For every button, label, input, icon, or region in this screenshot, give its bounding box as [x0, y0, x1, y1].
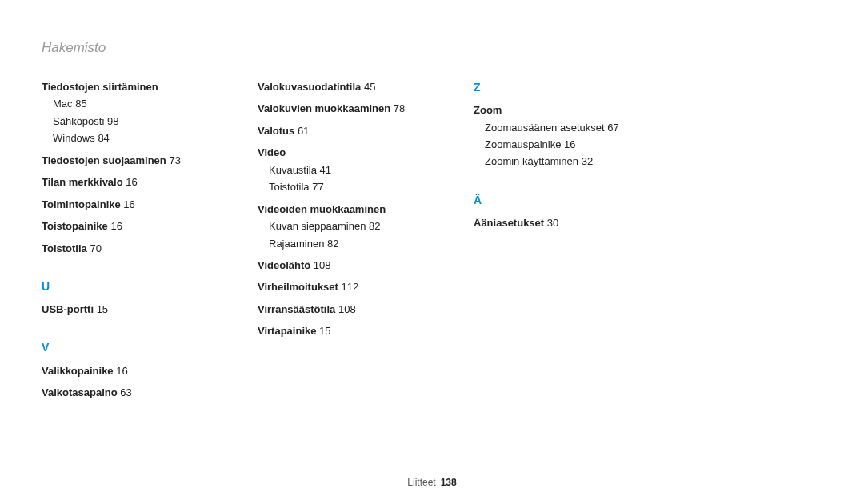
entry-page: 15: [97, 303, 108, 315]
letter-heading-v: V: [42, 338, 242, 357]
entry-label: Valikkopainike: [42, 365, 114, 377]
entry-label: Zoomauspainike: [485, 138, 561, 150]
index-column-1: Tiedostojen siirtäminen Mac 85 Sähköpost…: [42, 78, 258, 401]
index-entry: Valokuvasuodatintila 45: [258, 78, 458, 95]
index-subentry: Windows 84: [42, 130, 242, 146]
entry-page: 108: [314, 259, 331, 271]
entry-page: 82: [327, 238, 338, 250]
entry-label: Zoomausäänen asetukset: [485, 122, 605, 134]
index-entry: Toistopainike 16: [42, 218, 242, 234]
index-subentry: Zoomausäänen asetukset 67: [474, 119, 674, 136]
entry-page: 16: [110, 220, 122, 232]
entry-label: Rajaaminen: [269, 238, 324, 250]
index-entry: Valikkopainike 16: [42, 362, 242, 379]
entry-page: 98: [107, 115, 118, 127]
entry-page: 73: [169, 154, 180, 166]
index-subentry: Zoomin käyttäminen 32: [474, 153, 674, 170]
letter-heading-u: U: [42, 278, 242, 296]
index-column-2: Valokuvasuodatintila 45 Valokuvien muokk…: [258, 78, 474, 401]
index-entry: Tilan merkkivalo 16: [42, 174, 242, 190]
entry-page: 16: [126, 176, 137, 188]
entry-label: Zoomin käyttäminen: [485, 155, 578, 167]
entry-page: 45: [364, 81, 375, 93]
entry-label: Virransäästötila: [258, 303, 335, 315]
entry-label: Virheilmoitukset: [258, 281, 338, 293]
index-entry: Videoiden muokkaaminen: [258, 201, 458, 218]
index-subentry: Kuvaustila 41: [258, 162, 458, 178]
index-entry: Virheilmoitukset 112: [258, 278, 458, 295]
index-entry: Tiedostojen suojaaminen 73: [42, 152, 242, 169]
index-subentry: Sähköposti 98: [42, 113, 242, 130]
entry-label: Tiedostojen siirtäminen: [42, 81, 158, 93]
entry-label: Kuvan sieppaaminen: [269, 220, 366, 232]
entry-label: Valkotasapaino: [42, 386, 118, 398]
entry-label: Ääniasetukset: [474, 217, 544, 229]
footer-page-number: 138: [441, 477, 457, 488]
page: Hakemisto Tiedostojen siirtäminen Mac 85…: [0, 0, 864, 504]
entry-label: Video: [258, 146, 286, 158]
entry-label: Toistotila: [269, 181, 310, 193]
entry-page: 108: [338, 303, 356, 315]
entry-page: 82: [369, 220, 380, 232]
footer-section: Liitteet: [407, 477, 435, 488]
letter-heading-a-umlaut: Ä: [474, 191, 674, 210]
entry-page: 67: [607, 122, 618, 134]
index-column-3: Z Zoom Zoomausäänen asetukset 67 Zoomaus…: [474, 78, 690, 401]
entry-label: Tiedostojen suojaaminen: [42, 154, 166, 166]
entry-page: 70: [90, 242, 101, 254]
entry-page: 78: [394, 102, 405, 114]
entry-page: 85: [75, 98, 86, 110]
index-subentry: Zoomauspainike 16: [474, 136, 674, 153]
entry-label: Kuvaustila: [269, 164, 317, 176]
entry-label: Valotus: [258, 125, 294, 137]
entry-page: 41: [320, 164, 331, 176]
index-entry: Videolähtö 108: [258, 257, 458, 274]
index-entry: Tiedostojen siirtäminen: [42, 78, 242, 95]
page-title: Hakemisto: [42, 40, 822, 56]
index-entry: Valokuvien muokkaaminen 78: [258, 100, 458, 117]
index-entry: Virtapainike 15: [258, 322, 458, 339]
entry-page: 30: [547, 217, 558, 229]
entry-label: Valokuvasuodatintila: [258, 81, 361, 93]
index-subentry: Mac 85: [42, 95, 242, 112]
entry-label: Videoiden muokkaaminen: [258, 203, 386, 215]
page-footer: Liitteet138: [0, 477, 864, 488]
entry-page: 32: [582, 155, 593, 167]
entry-label: Toistotila: [42, 242, 87, 254]
entry-page: 112: [342, 281, 359, 293]
entry-page: 16: [116, 365, 127, 377]
entry-label: Toistopainike: [42, 220, 108, 232]
index-entry: Zoom: [474, 102, 674, 118]
index-subentry: Toistotila 77: [258, 178, 458, 195]
entry-label: Virtapainike: [258, 325, 316, 337]
entry-label: Valokuvien muokkaaminen: [258, 102, 390, 114]
index-entry: USB-portti 15: [42, 301, 242, 318]
entry-label: Windows: [53, 132, 95, 144]
index-entry: Toimintopainike 16: [42, 196, 242, 213]
index-subentry: Rajaaminen 82: [258, 235, 458, 252]
entry-label: Sähköposti: [53, 115, 104, 127]
entry-label: Toimintopainike: [42, 198, 121, 210]
entry-label: Videolähtö: [258, 259, 310, 271]
entry-label: Mac: [53, 98, 73, 110]
entry-page: 77: [312, 181, 323, 193]
entry-page: 61: [298, 125, 309, 137]
entry-label: Tilan merkkivalo: [42, 176, 123, 188]
entry-page: 84: [98, 132, 109, 144]
entry-label: Zoom: [474, 104, 502, 116]
letter-heading-z: Z: [474, 78, 674, 97]
index-columns: Tiedostojen siirtäminen Mac 85 Sähköpost…: [42, 78, 822, 401]
entry-label: USB-portti: [42, 303, 94, 315]
entry-page: 15: [319, 325, 330, 337]
entry-page: 16: [123, 198, 134, 210]
index-entry: Ääniasetukset 30: [474, 214, 674, 231]
index-subentry: Kuvan sieppaaminen 82: [258, 218, 458, 234]
index-entry: Toistotila 70: [42, 240, 242, 257]
index-entry: Virransäästötila 108: [258, 301, 458, 318]
index-entry: Valotus 61: [258, 122, 458, 139]
index-entry: Valkotasapaino 63: [42, 384, 242, 401]
entry-page: 16: [564, 138, 575, 150]
index-entry: Video: [258, 144, 458, 161]
entry-page: 63: [120, 386, 131, 398]
